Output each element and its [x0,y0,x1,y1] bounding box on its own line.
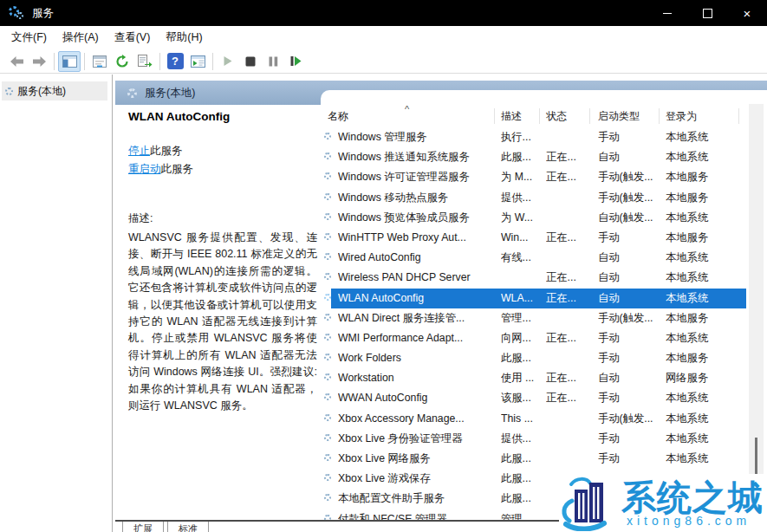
service-gear-icon [324,373,331,380]
menu-file[interactable]: 文件(F) [3,27,55,49]
cell-startup-type: 手动(触发... [598,308,660,328]
column-separator[interactable] [738,108,739,124]
cell-startup-type: 手动 [598,228,660,248]
maximize-button[interactable] [687,0,727,26]
stop-service-button[interactable] [239,51,262,72]
table-row[interactable]: Wired AutoConfig 有线... 自动 本地系统 [321,248,749,268]
column-separator[interactable] [589,108,590,124]
table-row[interactable]: WLAN Direct 服务连接管... 管理... 手动(触发... 本地服务 [321,308,749,328]
show-action-pane-button[interactable] [186,51,209,72]
cell-service-name: Workstation [338,368,494,388]
cell-status: 正在... [546,368,593,388]
cell-service-name: Windows 推送通知系统服务 [338,147,494,167]
forward-button[interactable] [28,51,50,72]
menu-view[interactable]: 查看(V) [107,27,159,49]
table-row[interactable]: WWAN AutoConfig 该服... 正在... 手动 本地系统 [321,388,749,408]
refresh-button[interactable] [111,51,133,72]
start-service-button[interactable] [217,51,239,72]
column-startup-type[interactable]: 启动类型 [598,105,640,127]
column-separator[interactable] [494,108,495,124]
selected-service-title: WLAN AutoConfig [128,110,230,123]
table-row[interactable]: Wireless PAN DHCP Server 正在... 自动 本地系统 [321,268,749,288]
column-logon-as[interactable]: 登录为 [666,105,697,127]
column-separator[interactable] [539,108,540,124]
cell-status [546,429,593,449]
watermark: 系统之城 xitong86.com [559,474,767,532]
service-gear-icon [324,354,331,360]
menu-action[interactable]: 操作(A) [55,27,107,49]
table-row[interactable]: Windows 预览体验成员服务 为 W... 自动(触发... 本地系统 [321,208,749,228]
restart-service-link[interactable]: 重启动 [128,163,161,175]
column-description[interactable]: 描述 [501,105,522,127]
service-gear-icon [324,393,331,400]
service-gear-icon [324,294,331,301]
tab-standard[interactable]: 标准 [167,522,209,532]
close-button[interactable]: × [727,0,767,26]
help-button[interactable]: ? [164,51,186,72]
toolbar: ? [0,49,767,74]
cell-service-name: Wired AutoConfig [338,248,494,268]
cell-startup-type: 手动 [598,348,660,368]
services-gear-icon [8,4,25,22]
column-name[interactable]: 名称 [328,105,348,127]
watermark-logo-icon [559,476,620,531]
table-row[interactable]: Work Folders 此服... 手动 本地服务 [321,348,749,368]
cell-description: 此服... [501,348,541,368]
vertical-scrollbar[interactable] [749,104,764,520]
service-gear-icon [324,273,331,280]
cell-logon-as: 本地系统 [666,127,745,147]
cell-startup-type: 手动(触发... [598,167,660,187]
cell-description: 使用 ... [501,368,541,388]
cell-description: 管理... [501,308,541,328]
cell-status: 正在... [546,328,593,348]
cell-logon-as: 本地系统 [666,147,745,167]
table-row[interactable]: WinHTTP Web Proxy Aut... Win... 正在... 手动… [321,228,749,248]
tab-extended[interactable]: 扩展 [122,522,164,532]
service-gear-icon [324,253,331,260]
table-row[interactable]: WMI Performance Adapt... 向网... 正在... 手动 … [321,328,749,348]
cell-service-name: 付款和 NFC/SE 管理器 [338,509,494,520]
back-button[interactable] [5,51,28,72]
cell-service-name: 本地配置文件助手服务 [338,489,494,509]
service-gear-icon [324,474,331,481]
cell-service-name: Xbox Live 网络服务 [338,449,494,469]
cell-service-name: WLAN Direct 服务连接管... [338,308,494,328]
properties-button[interactable] [88,51,111,72]
pause-service-button[interactable] [262,51,284,72]
stop-service-link[interactable]: 停止 [128,145,150,157]
table-row[interactable]: Windows 许可证管理器服务 为 M... 正在... 手动(触发... 本… [321,167,749,187]
cell-logon-as: 本地服务 [666,228,745,248]
service-gear-icon [324,314,331,321]
cell-description: 提供... [501,188,541,208]
table-row[interactable]: Windows 推送通知系统服务 此服... 正在... 自动 本地系统 [321,147,749,167]
table-row[interactable]: WLAN AutoConfig WLA... 正在... 自动 本地系统 [321,289,749,308]
minimize-button[interactable] [647,0,687,26]
service-gear-icon [324,133,331,139]
scrollbar-thumb[interactable] [755,438,757,475]
cell-service-name: Xbox Live 身份验证管理器 [338,429,494,449]
restart-service-button[interactable] [284,51,307,72]
table-row[interactable]: Workstation 使用 ... 正在... 自动 网络服务 [321,368,749,388]
column-separator[interactable] [659,108,660,124]
table-row[interactable]: Xbox Accessory Manage... This ... 手动(触发.… [321,409,749,429]
table-row[interactable]: Xbox Live 身份验证管理器 提供... 手动 本地系统 [321,429,749,449]
column-status[interactable]: 状态 [546,105,567,127]
menu-help[interactable]: 帮助(H) [158,27,210,49]
minimize-icon [663,13,672,14]
tree-node-services-local[interactable]: 服务(本地) [2,81,107,101]
cell-service-name: Windows 移动热点服务 [338,188,494,208]
service-gear-icon [324,414,331,421]
cell-logon-as: 本地服务 [666,167,745,187]
export-list-button[interactable] [133,51,156,72]
cell-status: 正在... [546,289,593,308]
cell-logon-as: 本地系统 [666,208,745,228]
cell-description: 为 W... [501,208,541,228]
cell-description: WLA... [501,289,541,308]
console-tree-icon [62,55,77,68]
show-console-tree-button[interactable] [58,51,81,72]
toolbar-separator [84,53,85,70]
table-row[interactable]: Xbox Live 网络服务 此服... 手动 本地系统 [321,449,749,469]
table-row[interactable]: Windows 管理服务 执行... 手动 本地系统 [321,127,749,147]
start-icon [223,55,233,67]
table-row[interactable]: Windows 移动热点服务 提供... 手动(触发... 本地服务 [321,188,749,208]
